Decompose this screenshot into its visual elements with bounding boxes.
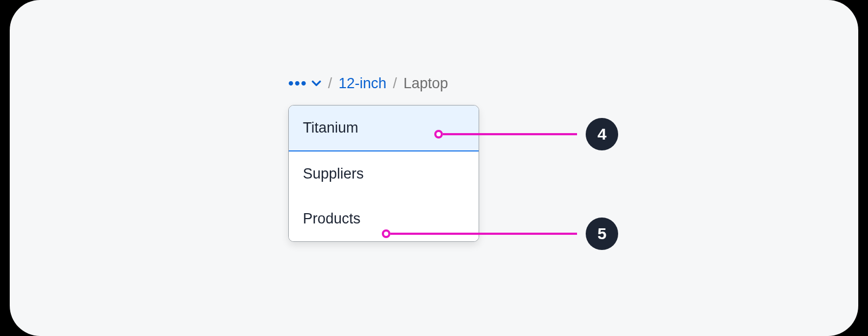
annotation-number: 4 <box>598 125 607 143</box>
annotation-line <box>443 133 577 135</box>
chevron-down-icon <box>312 78 321 88</box>
breadcrumb-example: ••• / 12-inch / Laptop Titanium Supplier… <box>288 75 667 242</box>
breadcrumb: ••• / 12-inch / Laptop <box>288 75 667 92</box>
dropdown-item-label: Suppliers <box>303 166 364 182</box>
breadcrumb-current: Laptop <box>403 75 448 92</box>
annotation-pin-icon <box>434 130 443 139</box>
dropdown-item-label: Titanium <box>303 120 359 136</box>
annotation-number: 5 <box>598 225 607 243</box>
breadcrumb-link-12-inch[interactable]: 12-inch <box>339 75 387 92</box>
example-canvas: ••• / 12-inch / Laptop Titanium Supplier… <box>10 0 858 336</box>
annotation-pin-icon <box>382 229 390 238</box>
breadcrumb-separator: / <box>324 75 335 92</box>
ellipsis-icon: ••• <box>288 76 307 91</box>
annotation-badge: 4 <box>586 118 618 150</box>
annotation-callout-4: 4 <box>434 118 618 150</box>
dropdown-item-suppliers[interactable]: Suppliers <box>289 151 479 196</box>
breadcrumb-overflow-trigger[interactable]: ••• <box>288 76 321 91</box>
annotation-badge: 5 <box>586 218 618 250</box>
dropdown-item-label: Products <box>303 210 361 227</box>
annotation-callout-5: 5 <box>382 218 618 250</box>
breadcrumb-separator: / <box>390 75 401 92</box>
annotation-line <box>390 233 577 235</box>
